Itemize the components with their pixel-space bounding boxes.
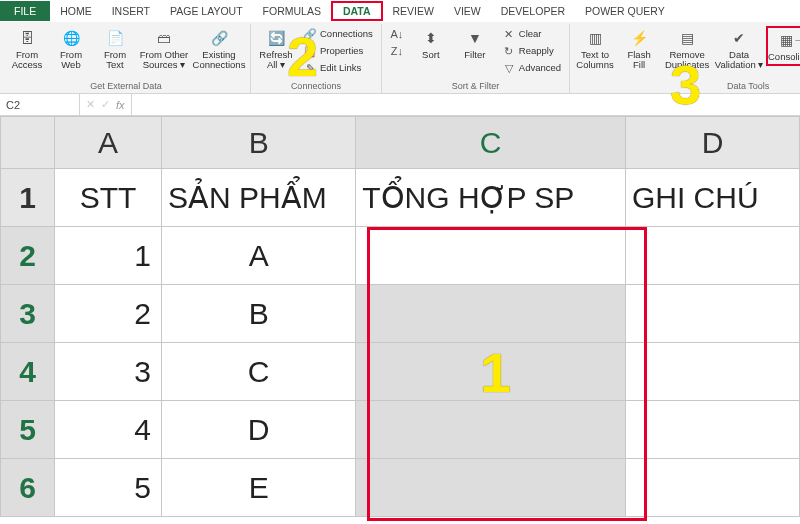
edit-links-icon: ✎	[303, 61, 317, 75]
refresh-icon: 🔄	[266, 28, 286, 48]
cell-b5[interactable]: D	[162, 401, 356, 459]
from-web-button[interactable]: 🌐FromWeb	[50, 26, 92, 73]
ribbon-body: 🗄FromAccess 🌐FromWeb 📄FromText 🗃From Oth…	[0, 22, 800, 94]
fx-icon[interactable]: fx	[116, 99, 125, 111]
row-header-1[interactable]: 1	[1, 169, 55, 227]
cell-b3[interactable]: B	[162, 285, 356, 343]
row-header-5[interactable]: 5	[1, 401, 55, 459]
cell-d2[interactable]	[625, 227, 799, 285]
connections-button[interactable]: 🔗Connections	[299, 26, 377, 42]
filter-icon: ▼	[465, 28, 485, 48]
tab-powerquery[interactable]: POWER QUERY	[575, 1, 675, 21]
cell-d6[interactable]	[625, 459, 799, 517]
sort-button[interactable]: ⬍Sort	[410, 26, 452, 62]
reapply-button[interactable]: ↻Reapply	[498, 43, 565, 59]
web-icon: 🌐	[61, 28, 81, 48]
sort-az-button[interactable]: A↓	[386, 26, 408, 42]
select-all-corner[interactable]	[1, 117, 55, 169]
row-header-6[interactable]: 6	[1, 459, 55, 517]
tab-home[interactable]: HOME	[50, 1, 102, 21]
conn-icon: 🔗	[303, 27, 317, 41]
edit-links-button[interactable]: ✎Edit Links	[299, 60, 377, 76]
col-header-a[interactable]: A	[54, 117, 161, 169]
cell-a1[interactable]: STT	[54, 169, 161, 227]
col-header-c[interactable]: C	[356, 117, 626, 169]
group-sort-filter: A↓ Z↓ ⬍Sort ▼Filter ✕Clear ↻Reapply ▽Adv…	[382, 24, 570, 93]
from-access-button[interactable]: 🗄FromAccess	[6, 26, 48, 73]
cell-c3[interactable]	[356, 285, 626, 343]
sort-az-icon: A↓	[390, 27, 404, 41]
row-header-4[interactable]: 4	[1, 343, 55, 401]
refresh-all-button[interactable]: 🔄RefreshAll ▾	[255, 26, 297, 73]
cell-b2[interactable]: A	[162, 227, 356, 285]
tab-pagelayout[interactable]: PAGE LAYOUT	[160, 1, 253, 21]
tab-file[interactable]: FILE	[0, 1, 50, 21]
row-header-3[interactable]: 3	[1, 285, 55, 343]
cell-b1[interactable]: SẢN PHẨM	[162, 169, 356, 227]
existing-connections-button[interactable]: 🔗ExistingConnections	[192, 26, 246, 73]
cell-b6[interactable]: E	[162, 459, 356, 517]
cell-a3[interactable]: 2	[54, 285, 161, 343]
row-header-2[interactable]: 2	[1, 227, 55, 285]
tab-data[interactable]: DATA	[331, 1, 383, 21]
flash-fill-icon: ⚡	[629, 28, 649, 48]
group-label-data-tools: Data Tools	[727, 80, 769, 93]
group-label-sort-filter: Sort & Filter	[452, 80, 500, 93]
text-icon: 📄	[105, 28, 125, 48]
cell-d4[interactable]	[625, 343, 799, 401]
cancel-icon[interactable]: ✕	[86, 98, 95, 111]
sort-icon: ⬍	[421, 28, 441, 48]
cell-d5[interactable]	[625, 401, 799, 459]
cell-d1[interactable]: GHI CHÚ	[625, 169, 799, 227]
col-header-d[interactable]: D	[625, 117, 799, 169]
cell-c4[interactable]	[356, 343, 626, 401]
advanced-button[interactable]: ▽Advanced	[498, 60, 565, 76]
name-box[interactable]: C2	[0, 94, 80, 115]
group-label-connections: Connections	[291, 80, 341, 93]
tab-insert[interactable]: INSERT	[102, 1, 160, 21]
cell-c5[interactable]	[356, 401, 626, 459]
cell-c6[interactable]	[356, 459, 626, 517]
reapply-icon: ↻	[502, 44, 516, 58]
cell-b4[interactable]: C	[162, 343, 356, 401]
cell-c2[interactable]	[356, 227, 626, 285]
enter-icon[interactable]: ✓	[101, 98, 110, 111]
cell-a2[interactable]: 1	[54, 227, 161, 285]
properties-button[interactable]: 📋Properties	[299, 43, 377, 59]
data-validation-icon: ✔	[729, 28, 749, 48]
data-validation-button[interactable]: ✔DataValidation ▾	[714, 26, 764, 73]
clear-button[interactable]: ✕Clear	[498, 26, 565, 42]
group-connections: 🔄RefreshAll ▾ 🔗Connections 📋Properties ✎…	[251, 24, 382, 93]
text-to-columns-button[interactable]: ▥Text toColumns	[574, 26, 616, 73]
cell-a5[interactable]: 4	[54, 401, 161, 459]
from-other-sources-button[interactable]: 🗃From OtherSources ▾	[138, 26, 190, 73]
tab-view[interactable]: VIEW	[444, 1, 491, 21]
tab-developer[interactable]: DEVELOPER	[491, 1, 575, 21]
consolidate-button[interactable]: ▦→Consolidate	[766, 26, 800, 66]
group-get-external-data: 🗄FromAccess 🌐FromWeb 📄FromText 🗃From Oth…	[2, 24, 251, 93]
cell-a6[interactable]: 5	[54, 459, 161, 517]
consolidate-icon: ▦→	[783, 30, 800, 50]
cell-c1[interactable]: TỔNG HỢP SP	[356, 169, 626, 227]
group-data-tools: ▥Text toColumns ⚡FlashFill ▤RemoveDuplic…	[570, 24, 800, 93]
clear-icon: ✕	[502, 27, 516, 41]
col-header-b[interactable]: B	[162, 117, 356, 169]
remove-duplicates-button[interactable]: ▤RemoveDuplicates	[662, 26, 712, 73]
group-label-external: Get External Data	[90, 80, 162, 93]
flash-fill-button[interactable]: ⚡FlashFill	[618, 26, 660, 73]
remove-dup-icon: ▤	[677, 28, 697, 48]
from-text-button[interactable]: 📄FromText	[94, 26, 136, 73]
properties-icon: 📋	[303, 44, 317, 58]
text-to-columns-icon: ▥	[585, 28, 605, 48]
connections-icon: 🔗	[209, 28, 229, 48]
tab-review[interactable]: REVIEW	[383, 1, 444, 21]
formula-bar: C2 ✕ ✓ fx	[0, 94, 800, 116]
cell-d3[interactable]	[625, 285, 799, 343]
tab-formulas[interactable]: FORMULAS	[253, 1, 331, 21]
sort-za-button[interactable]: Z↓	[386, 43, 408, 59]
filter-button[interactable]: ▼Filter	[454, 26, 496, 62]
access-icon: 🗄	[17, 28, 37, 48]
other-sources-icon: 🗃	[154, 28, 174, 48]
cell-a4[interactable]: 3	[54, 343, 161, 401]
spreadsheet-grid: A B C D 1 STT SẢN PHẨM TỔNG HỢP SP GHI C…	[0, 116, 800, 524]
